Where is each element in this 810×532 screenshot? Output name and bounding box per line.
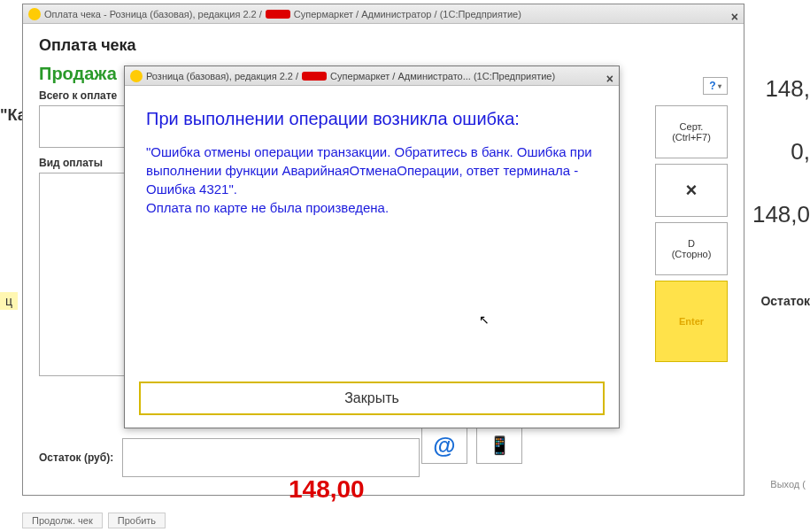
phone-icon: 📱 <box>489 435 511 456</box>
error-heading: При выполнении операции возникла ошибка: <box>146 107 598 130</box>
bg-right-values: 148, 0, 148,0 <box>752 75 810 264</box>
certificate-shortcut: (Ctrl+F7) <box>672 132 711 143</box>
phone-button[interactable]: 📱 <box>476 427 522 464</box>
app-icon <box>28 8 41 20</box>
page-title: Оплата чека <box>39 36 728 55</box>
bg-value-3: 148,0 <box>752 201 810 228</box>
bg-exit-label: Выход ( <box>770 479 806 490</box>
bg-value-1: 148, <box>752 75 810 103</box>
amount-value: 148,00 <box>289 475 365 504</box>
x-icon: × <box>686 179 698 202</box>
certificate-label: Серт. <box>680 121 704 132</box>
help-button[interactable]: ? ▾ <box>703 77 728 95</box>
error-message-1: "Ошибка отмены операции транзакции. Обра… <box>146 143 598 198</box>
app-icon <box>130 70 143 82</box>
bg-continue-button[interactable]: Продолж. чек <box>22 513 103 528</box>
bg-small-label: ц <box>0 292 18 310</box>
window-title-suffix: Супермаркет / Администратор / (1С:Предпр… <box>294 4 521 24</box>
error-dialog: Розница (базовая), редакция 2.2 / Суперм… <box>124 66 620 428</box>
dialog-title-suffix: Супермаркет / Администрато... (1С:Предпр… <box>330 66 555 86</box>
question-icon: ? <box>709 80 715 92</box>
redacted-icon <box>266 10 290 19</box>
error-dialog-titlebar: Розница (базовая), редакция 2.2 / Суперм… <box>125 66 619 86</box>
enter-button[interactable]: Enter <box>655 281 728 362</box>
delete-button[interactable]: × <box>655 164 728 217</box>
certificate-button[interactable]: Серт. (Ctrl+F7) <box>655 105 728 158</box>
bg-punch-button[interactable]: Пробить <box>108 513 166 528</box>
enter-label: Enter <box>679 316 704 327</box>
redacted-icon <box>302 72 327 81</box>
error-message-2: Оплата по карте не была произведена. <box>146 198 598 217</box>
storno-key: D <box>688 238 695 249</box>
payment-window-titlebar: Оплата чека - Розница (базовая), редакци… <box>23 4 744 24</box>
email-button[interactable]: @ <box>421 427 467 464</box>
remainder-field[interactable] <box>122 438 420 477</box>
bg-ostatok-label: Остаток <box>760 294 810 308</box>
bg-value-2: 0, <box>752 138 810 166</box>
storno-button[interactable]: D (Сторно) <box>655 222 728 275</box>
remainder-label: Остаток (руб): <box>39 451 113 464</box>
storno-label: (Сторно) <box>672 249 712 259</box>
dialog-title-prefix: Розница (базовая), редакция 2.2 / <box>146 66 298 86</box>
at-icon: @ <box>433 432 455 459</box>
close-button[interactable]: Закрыть <box>139 382 605 415</box>
window-title-prefix: Оплата чека - Розница (базовая), редакци… <box>44 4 262 24</box>
